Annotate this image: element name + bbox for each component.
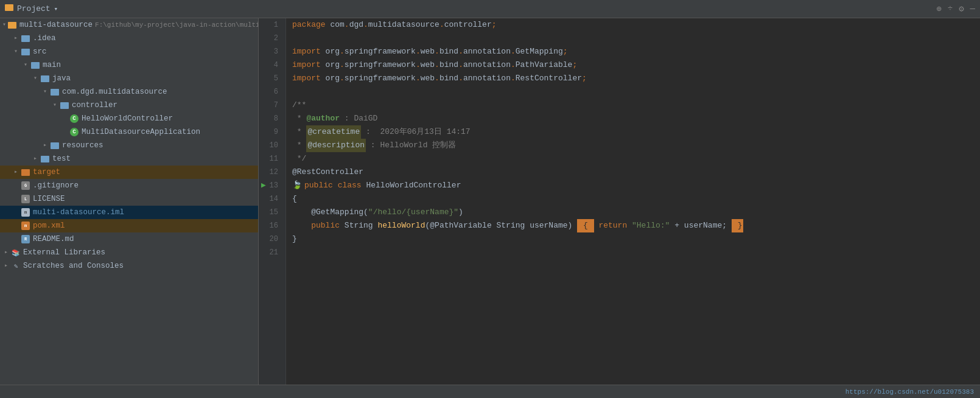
folder-icon-src — [21, 47, 30, 56]
code-line-2 — [292, 32, 974, 45]
tree-item-iml[interactable]: m multi-datasource.iml — [0, 206, 258, 219]
tree-item-license[interactable]: L LICENSE — [0, 192, 258, 206]
gutter-16: 16 — [259, 219, 281, 232]
code-area[interactable]: package com.dgd.multidatasource.controll… — [286, 18, 980, 385]
label-resources: resources — [62, 141, 103, 150]
code-line-21 — [292, 246, 974, 259]
code-line-6 — [292, 85, 974, 99]
tree-item-java[interactable]: java — [0, 72, 258, 85]
label-target: target — [33, 168, 60, 176]
code-line-7: /** — [292, 99, 974, 112]
chevron-scratches — [2, 262, 10, 270]
toolbar: Project ▾ ⊕ ÷ ⚙ — — [0, 0, 980, 18]
folder-icon-java — [40, 74, 50, 83]
code-line-10: * @description : HelloWorld 控制器 — [292, 139, 974, 152]
chevron-src — [12, 48, 19, 55]
readme-icon: R — [21, 235, 30, 243]
settings-icon[interactable]: ⚙ — [959, 4, 964, 14]
gitignore-icon: G — [21, 181, 30, 190]
chevron-controller — [51, 102, 58, 109]
code-line-20: } — [292, 232, 974, 246]
chevron-ext-lib — [2, 249, 10, 256]
folder-icon-package — [50, 88, 60, 96]
chevron-main — [22, 61, 29, 69]
label-idea: .idea — [33, 34, 56, 43]
tree-item-multi-datasource[interactable]: multi-datasource F:\github\my-project\ja… — [0, 18, 258, 32]
tree-item-scratches[interactable]: ✎ Scratches and Consoles — [0, 259, 258, 273]
label-scratches: Scratches and Consoles — [23, 262, 124, 270]
folder-icon-root — [7, 21, 17, 29]
ext-lib-icon: 📚 — [11, 248, 21, 257]
label-gitignore: .gitignore — [33, 181, 79, 190]
code-line-13: 🍃 public class HelloWorldController — [292, 179, 974, 192]
tree-item-main[interactable]: main — [0, 58, 258, 72]
chevron-resources — [41, 142, 49, 149]
chevron-target — [12, 169, 19, 176]
chevron-idea — [12, 35, 19, 42]
tree-item-external-libraries[interactable]: 📚 External Libraries — [0, 246, 258, 259]
project-tree: multi-datasource F:\github\my-project\ja… — [0, 18, 259, 385]
folder-icon-controller — [60, 101, 69, 110]
iml-icon: m — [21, 208, 30, 217]
tree-item-gitignore[interactable]: G .gitignore — [0, 179, 258, 192]
token-package-name: com.dgd.multidatasource.controller; — [326, 18, 497, 32]
license-icon: L — [21, 195, 30, 203]
gutter-6: 6 — [259, 85, 281, 99]
chevron-package — [41, 88, 49, 96]
tree-item-app[interactable]: C MultiDatasourceApplication — [0, 125, 258, 139]
code-editor[interactable]: 1 2 3 4 5 6 7 8 9 10 11 12 ▶ 13 14 15 16… — [259, 18, 980, 385]
collapse-icon[interactable]: ÷ — [948, 4, 953, 14]
java-icon-hello: C — [69, 114, 79, 123]
chevron-java — [32, 75, 39, 82]
gutter-1: 1 — [259, 18, 281, 32]
gutter-13: ▶ 13 — [259, 179, 281, 192]
gutter-8: 8 — [259, 112, 281, 125]
gutter-4: 4 — [259, 58, 281, 72]
tree-item-readme[interactable]: R README.md — [0, 232, 258, 246]
code-line-1: package com.dgd.multidatasource.controll… — [292, 18, 974, 32]
code-line-8: * @author : DaiGD — [292, 112, 974, 125]
code-line-14: { — [292, 192, 974, 206]
code-line-5: import org.springframework.web.bind.anno… — [292, 72, 974, 85]
code-line-9: * @createtime : 2020年06月13日 14:17 — [292, 125, 974, 139]
label-multi-datasource: multi-datasource — [19, 21, 93, 29]
toolbar-chevron[interactable]: ▾ — [54, 5, 58, 13]
status-url: https://blog.csdn.net/u012075383 — [845, 388, 974, 396]
minimize-icon[interactable]: — — [970, 4, 975, 14]
folder-icon-resources — [50, 141, 60, 150]
gutter-20: 20 — [259, 232, 281, 246]
tree-item-package[interactable]: com.dgd.multidatasource — [0, 85, 258, 99]
scratches-icon: ✎ — [11, 262, 21, 270]
tree-item-resources[interactable]: resources — [0, 139, 258, 152]
folder-icon-target — [21, 168, 30, 176]
java-icon-app: C — [69, 128, 79, 136]
gutter-10: 10 — [259, 139, 281, 152]
code-line-16: public String helloWorld ( @PathVariable… — [292, 219, 974, 232]
spring-run-icon[interactable]: ▶ — [261, 179, 266, 192]
gutter-9: 9 — [259, 125, 281, 139]
tree-item-controller[interactable]: controller — [0, 99, 258, 112]
sync-icon[interactable]: ⊕ — [936, 4, 941, 14]
label-hello-world-controller: HelloWorldController — [82, 114, 173, 123]
chevron-test — [32, 155, 39, 162]
label-package: com.dgd.multidatasource — [62, 88, 167, 96]
gutter-7: 7 — [259, 99, 281, 112]
gutter-11: 11 — [259, 152, 281, 166]
label-app: MultiDatasourceApplication — [82, 128, 200, 136]
tree-item-test[interactable]: test — [0, 152, 258, 166]
tree-item-pom[interactable]: m pom.xml — [0, 219, 258, 232]
tree-item-hello-world-controller[interactable]: C HelloWorldController — [0, 112, 258, 125]
gutter-2: 2 — [259, 32, 281, 45]
tree-item-idea[interactable]: .idea — [0, 32, 258, 45]
tree-item-target[interactable]: target — [0, 166, 258, 179]
tree-item-src[interactable]: src — [0, 45, 258, 58]
toolbar-project-label[interactable]: Project — [17, 4, 51, 13]
code-line-3: import org.springframework.web.bind.anno… — [292, 45, 974, 58]
label-iml: multi-datasource.iml — [33, 208, 124, 217]
gutter-15: 15 — [259, 206, 281, 219]
code-line-15: @GetMapping ( "/hello/{userName}" ) — [292, 206, 974, 219]
code-line-4: import org.springframework.web.bind.anno… — [292, 58, 974, 72]
gutter-21: 21 — [259, 246, 281, 259]
label-pom: pom.xml — [33, 222, 65, 230]
label-license: LICENSE — [33, 195, 65, 203]
